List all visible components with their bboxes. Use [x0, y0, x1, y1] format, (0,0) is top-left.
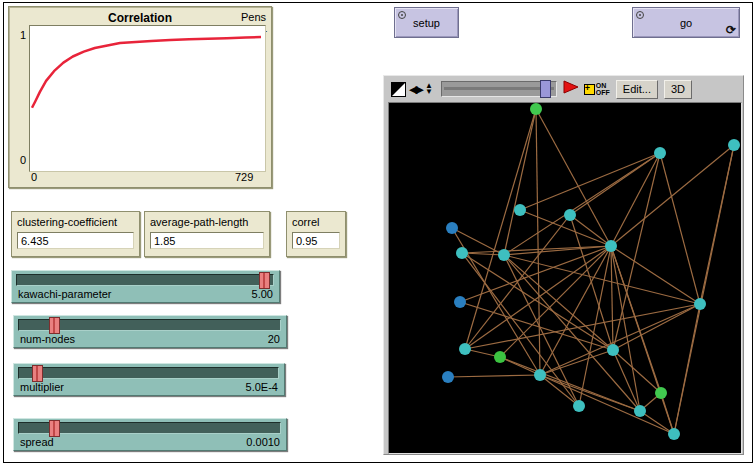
- correlation-curve: [30, 26, 263, 169]
- view-control-strip: ◀▶ ▲▼ ON OFF Edit... 3D: [384, 76, 743, 102]
- netlogo-interface: Correlation Pens r 1 0 0 729 setup go ⟳ …: [0, 0, 755, 465]
- world-view: ◀▶ ▲▼ ON OFF Edit... 3D: [383, 75, 744, 455]
- slider-value: 5.0E-4: [246, 381, 278, 393]
- monitor-label: clustering-coefficient: [17, 216, 117, 228]
- monitor-correl: correl 0.95: [286, 211, 346, 257]
- y-axis-min-label: 0: [10, 154, 26, 166]
- slider-track[interactable]: [18, 367, 279, 379]
- off-label: OFF: [596, 89, 610, 96]
- slider-label: kawachi-parameter: [18, 288, 112, 300]
- slider-track[interactable]: [16, 274, 274, 286]
- view-canvas: [388, 102, 742, 454]
- 3d-button[interactable]: 3D: [664, 80, 692, 99]
- slider-spread[interactable]: spread 0.0010: [13, 418, 287, 451]
- resize-horizontal-icon[interactable]: ◀▶: [409, 83, 422, 96]
- slider-label: num-nodes: [20, 333, 75, 345]
- speed-slider-track: [444, 87, 554, 90]
- slider-value: 0.0010: [246, 436, 280, 448]
- monitor-clustering-coefficient: clustering-coefficient 6.435: [11, 211, 140, 257]
- slider-num-nodes[interactable]: num-nodes 20: [13, 315, 287, 348]
- view-updates-toggle[interactable]: ON OFF: [584, 82, 610, 96]
- speed-slider-handle[interactable]: [540, 80, 551, 98]
- network-graph: [389, 103, 741, 453]
- slider-handle[interactable]: [49, 317, 60, 334]
- forever-icon: ⟳: [726, 24, 736, 36]
- resize-vertical-icon[interactable]: ▲▼: [425, 83, 433, 95]
- slider-label: spread: [20, 436, 54, 448]
- on-label: ON: [596, 82, 610, 89]
- watch-updates-icon: [584, 84, 595, 95]
- slider-handle[interactable]: [32, 365, 43, 382]
- plot-pens-label: Pens: [241, 11, 266, 23]
- speed-pointer-icon: [563, 80, 579, 98]
- setup-button[interactable]: setup: [394, 7, 459, 38]
- slider-value: 20: [268, 333, 280, 345]
- monitor-label: average-path-length: [150, 216, 248, 228]
- slider-handle[interactable]: [49, 420, 60, 437]
- monitor-value: 6.435: [17, 232, 134, 249]
- go-button-label: go: [680, 17, 692, 29]
- x-axis-min-label: 0: [31, 171, 37, 183]
- slider-handle[interactable]: [259, 272, 270, 289]
- plot-canvas: [29, 25, 266, 172]
- plot-title: Correlation: [9, 11, 271, 25]
- monitor-value: 0.95: [292, 232, 340, 249]
- observer-icon: [636, 11, 644, 19]
- correlation-plot: Correlation Pens r 1 0 0 729: [8, 6, 272, 188]
- slider-multiplier[interactable]: multiplier 5.0E-4: [13, 363, 285, 396]
- slider-value: 5.00: [252, 288, 273, 300]
- go-button[interactable]: go ⟳: [632, 7, 740, 38]
- y-axis-max-label: 1: [10, 29, 26, 41]
- monitor-label: correl: [292, 216, 320, 228]
- resize-diagonal-icon[interactable]: [391, 82, 406, 97]
- monitor-value: 1.85: [150, 232, 264, 249]
- edit-button[interactable]: Edit...: [616, 80, 658, 99]
- observer-icon: [398, 11, 406, 19]
- monitor-average-path-length: average-path-length 1.85: [144, 211, 270, 257]
- speed-slider[interactable]: [441, 81, 557, 97]
- slider-label: multiplier: [20, 381, 64, 393]
- setup-button-label: setup: [413, 17, 440, 29]
- slider-kawachi-parameter[interactable]: kawachi-parameter 5.00: [11, 270, 280, 303]
- x-axis-max-label: 729: [235, 171, 253, 183]
